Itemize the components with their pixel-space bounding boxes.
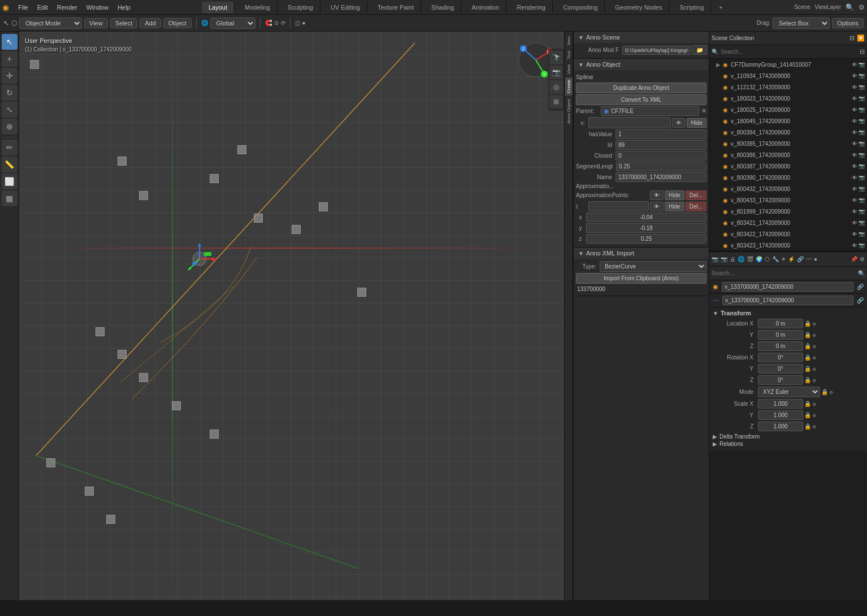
props-icon-scene[interactable]: 📷 xyxy=(712,256,718,262)
scale-z-input[interactable] xyxy=(758,422,803,431)
tool-move[interactable]: ✛ xyxy=(2,68,18,84)
snap-btn[interactable]: ⊙ xyxy=(274,20,279,26)
scale-y-input[interactable] xyxy=(758,410,803,420)
props-icon-scene2[interactable]: 🎬 xyxy=(747,256,753,262)
props-icon-constraints[interactable]: 🔗 xyxy=(797,256,804,262)
tree-item-v800385[interactable]: ◉ v_800385_1742009000 👁 📷 xyxy=(709,138,867,149)
search-icon[interactable]: 🔍 xyxy=(846,3,854,11)
props-icon-particles[interactable]: ✳ xyxy=(781,256,786,262)
tree-item-v180045[interactable]: ◉ v_180045_1742009000 👁 📷 xyxy=(709,115,867,127)
tool-cursor[interactable]: + xyxy=(2,51,18,67)
mode-lock[interactable]: 🔒 xyxy=(821,389,828,395)
location-z-keyframe[interactable]: ◆ xyxy=(812,343,817,349)
menu-window[interactable]: Window xyxy=(82,3,113,12)
tree-item-v110934[interactable]: ◉ v_110934_1742009000 👁 📷 xyxy=(709,70,867,81)
props-icon-material[interactable]: ● xyxy=(814,256,817,262)
tree-item-v803421[interactable]: ◉ v_803421_1742009000 👁 📷 xyxy=(709,217,867,228)
props-icon-output[interactable]: 🖨 xyxy=(730,256,735,262)
location-y-keyframe[interactable]: ◆ xyxy=(812,332,817,338)
tab-texture-paint[interactable]: Texture Paint xyxy=(371,2,421,13)
menu-edit[interactable]: Edit xyxy=(33,3,53,12)
tree-eye-v110934[interactable]: 👁 xyxy=(852,73,857,79)
tab-compositing[interactable]: Compositing xyxy=(556,2,605,13)
tool-annotate[interactable]: ✏ xyxy=(2,140,18,155)
props-icon-world[interactable]: 🌍 xyxy=(756,256,762,262)
anno-object-tab[interactable]: Anno Object xyxy=(565,97,573,126)
orientation-dropdown[interactable]: Global xyxy=(210,18,255,29)
approx-del-btn[interactable]: Del... xyxy=(686,190,706,200)
transform-icon[interactable]: ⟳ xyxy=(281,20,285,26)
mode-keyframe[interactable]: ◆ xyxy=(829,389,834,395)
rotation-x-keyframe[interactable]: ◆ xyxy=(812,354,817,361)
tree-item-v180023[interactable]: ◉ v_180023_1742009000 👁 📷 xyxy=(709,93,867,104)
tree-item-v800384[interactable]: ◉ v_800384_1742009000 👁 📷 xyxy=(709,127,867,138)
viewport-overlay-btn[interactable]: ◎ xyxy=(549,80,563,94)
object-name-input-1[interactable] xyxy=(722,282,853,292)
i-del-btn[interactable]: Del... xyxy=(686,202,706,211)
object-btn[interactable]: Object xyxy=(163,18,192,28)
tree-item-v803423[interactable]: ◉ v_803423_1742009000 👁 📷 xyxy=(709,240,867,251)
create-tab[interactable]: Create xyxy=(565,77,573,96)
xray-icon[interactable]: ◫ xyxy=(295,20,300,26)
v-eye-btn[interactable]: 👁 xyxy=(672,118,686,128)
transform-header[interactable]: ▼ Transform xyxy=(713,310,864,316)
type-dropdown[interactable]: BezierCurve xyxy=(600,261,706,272)
tree-item-v801999[interactable]: ◉ v_801999_1742009000 👁 📷 xyxy=(709,206,867,217)
tab-scripting[interactable]: Scripting xyxy=(673,2,711,13)
name-input[interactable] xyxy=(615,172,706,182)
anno-mod-f-browse-btn[interactable]: 📁 xyxy=(692,45,707,55)
location-z-input[interactable] xyxy=(758,341,803,351)
tree-item-v112132[interactable]: ◉ v_112132_1742009000 👁 📷 xyxy=(709,81,867,93)
tree-eye-v112132[interactable]: 👁 xyxy=(852,84,857,90)
tool-tab[interactable]: Tool xyxy=(565,49,573,62)
view-btn[interactable]: View xyxy=(84,18,108,28)
tree-item-v800386[interactable]: ◉ v_800386_1742009000 👁 📷 xyxy=(709,149,867,160)
tree-cam-v110934[interactable]: 📷 xyxy=(859,73,865,79)
viewport-shade-icon[interactable]: ● xyxy=(302,20,306,26)
tree-cam-v112132[interactable]: 📷 xyxy=(859,84,865,90)
menu-help[interactable]: Help xyxy=(113,3,135,12)
tab-rendering[interactable]: Rendering xyxy=(510,2,553,13)
tool-add-cube[interactable]: ⬜ xyxy=(2,173,18,189)
x-input[interactable] xyxy=(586,212,706,222)
scene-funnel-icon[interactable]: 🔽 xyxy=(857,34,865,42)
i-hide-btn[interactable]: Hide xyxy=(665,202,684,211)
props-icon-view-layer[interactable]: 🌐 xyxy=(738,256,744,262)
props-settings-icon[interactable]: ⚙ xyxy=(860,256,865,262)
mode-dropdown[interactable]: Object Mode xyxy=(19,18,82,29)
tree-item-v800387[interactable]: ◉ v_800387_1742009000 👁 📷 xyxy=(709,160,867,172)
tree-item-v800433[interactable]: ◉ v_800433_1742009000 👁 📷 xyxy=(709,194,867,206)
parent-close-btn[interactable]: ✕ xyxy=(701,107,706,115)
anno-object-header[interactable]: ▼ Anno Object xyxy=(574,59,709,70)
viewport-gizmo-btn[interactable]: ⊞ xyxy=(549,95,563,109)
tool-select[interactable]: ↖ xyxy=(2,34,18,50)
scale-x-lock[interactable]: 🔒 xyxy=(804,401,811,407)
tree-cam-v180023[interactable]: 📷 xyxy=(859,96,865,101)
rotation-y-input[interactable] xyxy=(758,364,803,374)
anno-mod-f-input[interactable] xyxy=(622,46,691,55)
i-eye-btn[interactable]: 👁 xyxy=(650,202,664,211)
rotation-x-lock[interactable]: 🔒 xyxy=(804,354,811,361)
tool-add-extra[interactable]: ▦ xyxy=(2,190,18,206)
delta-transform-header[interactable]: ▶ Delta Transform xyxy=(713,433,864,440)
tool-rotate[interactable]: ↻ xyxy=(2,85,18,101)
tool-transform[interactable]: ⊕ xyxy=(2,119,18,135)
tree-cam-cf7[interactable]: 📷 xyxy=(859,62,865,67)
location-y-input[interactable] xyxy=(758,330,803,340)
rotation-z-lock[interactable]: 🔒 xyxy=(804,377,811,383)
z-input[interactable] xyxy=(586,234,706,244)
tree-item-v800390[interactable]: ◉ v_800390_1742009000 👁 📷 xyxy=(709,172,867,183)
location-x-keyframe[interactable]: ◆ xyxy=(812,320,817,327)
location-x-input[interactable] xyxy=(758,319,803,328)
closed-input[interactable] xyxy=(615,151,706,160)
tree-item-v800432[interactable]: ◉ v_800432_1742009000 👁 📷 xyxy=(709,183,867,194)
obj-name-link-icon[interactable]: 🔗 xyxy=(857,284,864,290)
viewport-3d[interactable]: User Perspective (1) Collection | v_1337… xyxy=(19,32,564,600)
view-tab[interactable]: View xyxy=(565,62,573,76)
props-icon-object[interactable]: ⬡ xyxy=(765,256,770,262)
tree-item-cf7[interactable]: ▶ ◉ CF7DummyGroup_1414010007 👁 📷 xyxy=(709,59,867,70)
y-input[interactable] xyxy=(586,223,706,233)
settings-icon[interactable]: ⚙ xyxy=(859,3,865,11)
tree-eye-cf7[interactable]: 👁 xyxy=(852,62,857,68)
scale-x-keyframe[interactable]: ◆ xyxy=(812,401,817,407)
